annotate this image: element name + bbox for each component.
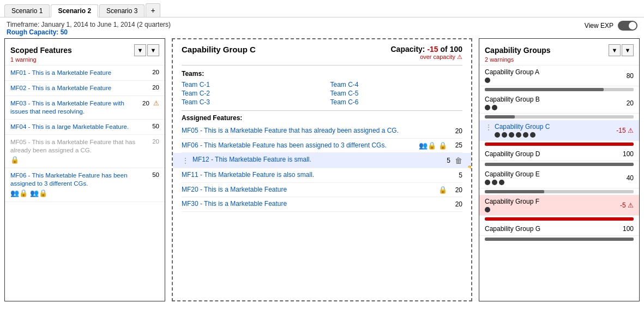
feature-name: MF02 - This is a Marketable Feature [10, 84, 146, 92]
cg-list-item[interactable]: Capability Group G 100 [479, 222, 639, 236]
cg-progress-bar [485, 163, 634, 166]
drag-handle-icon[interactable]: ⋮ [485, 123, 492, 132]
cg-warning: 2 warnings [485, 56, 634, 63]
scoped-features-filters: ▼ ▼ [134, 44, 159, 56]
scoped-features-header: Scoped Features ▼ ▼ 1 warning [5, 39, 165, 66]
view-exp-container: View EXP [585, 21, 637, 31]
cg-progress-bar [485, 190, 634, 193]
team-item[interactable]: Team C-1 [182, 81, 314, 88]
cg-list-item[interactable]: Capability Group A 80 [479, 66, 639, 86]
over-capacity-label: over capacity ⚠ [390, 54, 462, 61]
mf-value: 25 [452, 141, 462, 149]
cg-item-value: 100 [615, 225, 634, 233]
scoped-features-warning: 1 warning [10, 56, 159, 63]
cg-item-value: 100 [615, 150, 634, 158]
mf-name[interactable]: MF12 - This Marketable Feature is small. [192, 156, 311, 164]
warning-icon: ⚠ [628, 202, 634, 209]
warning-icon: ⚠ [628, 127, 634, 134]
drag-handle-icon[interactable]: ⋮ [182, 156, 189, 165]
cg-item-name: Capability Group A [485, 68, 615, 76]
feature-name: MF01 - This is a Marketable Feature [10, 69, 146, 77]
cg-item-value: 80 [615, 72, 634, 80]
mf-right: 5 [452, 171, 462, 179]
feature-name: MF06 - This Marketable Feature has been … [10, 171, 146, 198]
scoped-features-title: Scoped Features [10, 46, 72, 55]
cg-list-item[interactable]: Capability Group B 20 [479, 93, 639, 114]
capability-groups-title: Capability Groups [485, 46, 551, 55]
dot-icon [523, 132, 528, 138]
capacity-of: of 100 [441, 45, 462, 54]
feature-value: 20 [146, 69, 159, 75]
capability-group-panel: Capability Group C Capacity: -15 of 100 … [172, 38, 472, 301]
cg-list-item[interactable]: Capability Group D 100 [479, 147, 639, 161]
sort-button[interactable]: ▼ [147, 44, 159, 56]
cg-item-name: Capability Group B [485, 96, 615, 103]
scoped-features-list: MF01 - This is a Marketable Feature 20 M… [5, 66, 165, 301]
cg-progress-bar [485, 88, 634, 91]
capability-groups-header: Capability Groups ▼ ▼ 2 warnings [479, 39, 639, 66]
cg-sort-button[interactable]: ▼ [622, 44, 634, 56]
mf-icons: 👥🔒 🔒 [419, 141, 447, 150]
cg-item-left: Capability Group F [485, 198, 615, 212]
capacity-label: Capacity: [390, 45, 425, 54]
header: Timeframe: January 1, 2014 to June 1, 20… [0, 17, 644, 38]
scoped-features-panel: Scoped Features ▼ ▼ 1 warning MF01 - Thi… [4, 38, 165, 301]
mf-left: MF11 - This Marketable Feature is also s… [182, 171, 452, 180]
filter-button[interactable]: ▼ [134, 44, 146, 56]
mf-name[interactable]: MF30 - This is a Marketable Feature [182, 200, 287, 209]
dot-icon [499, 180, 504, 185]
mf-item: MF20 - This is a Marketable Feature 🔒 20 [182, 183, 462, 198]
team-item[interactable]: Team C-3 [182, 98, 314, 106]
mf-name[interactable]: MF05 - This is a Marketable Feature that… [182, 127, 399, 135]
view-exp-toggle[interactable] [618, 21, 637, 31]
cg-list-item-active[interactable]: ⋮ Capability Group C -15 ⚠ [479, 120, 639, 141]
tab-scenario1[interactable]: Scenario 1 [4, 4, 50, 17]
mf-name[interactable]: MF06 - This Marketable Feature has been … [182, 141, 387, 150]
mf-name[interactable]: MF20 - This is a Marketable Feature [182, 186, 287, 194]
mf-value: 20 [452, 127, 462, 135]
cg-item-info: Capability Group E [485, 170, 615, 185]
cg-progress-bar [485, 115, 634, 119]
delete-icon[interactable]: 🗑 [455, 156, 462, 165]
tab-scenario2[interactable]: Scenario 2 [51, 4, 98, 17]
list-item: MF06 - This Marketable Feature has been … [5, 168, 165, 202]
tab-scenario3[interactable]: Scenario 3 [99, 4, 145, 17]
mf-left: MF06 - This Marketable Feature has been … [182, 141, 419, 150]
team-item[interactable]: Team C-4 [330, 81, 463, 88]
feature-value: 20 [146, 84, 159, 91]
mf-item: MF30 - This is a Marketable Feature 20 [182, 197, 462, 212]
feature-icons: 🔒 [10, 156, 141, 165]
list-item: MF01 - This is a Marketable Feature 20 [5, 66, 165, 81]
cg-item-name: Capability Group D [485, 150, 615, 158]
dot-icon [492, 180, 497, 185]
cg-item-info: Capability Group D [485, 150, 615, 158]
mf-value: 20 [452, 200, 462, 208]
cg-item-value: 20 [615, 99, 634, 107]
cg-dots [485, 180, 615, 185]
cg-progress-bar [485, 238, 634, 241]
assigned-label: Assigned Features: [182, 114, 462, 122]
mf-name[interactable]: MF11 - This Marketable Feature is also s… [182, 171, 314, 180]
cg-item-name[interactable]: Capability Group C [495, 123, 615, 131]
cg-item-name: Capability Group F [485, 198, 615, 205]
team-item[interactable]: Team C-2 [182, 90, 314, 97]
dot-icon [485, 207, 490, 212]
cg-filter-button[interactable]: ▼ [609, 44, 621, 56]
dot-icon [485, 78, 490, 83]
feature-icons: 👥🔒 👥🔒 [10, 189, 141, 198]
teams-label: Teams: [182, 70, 462, 78]
cg-item-left: Capability Group D [485, 150, 615, 158]
cg-list-item-over[interactable]: Capability Group F -5 ⚠ [479, 195, 639, 216]
mf-item: MF06 - This Marketable Feature has been … [182, 139, 462, 153]
mf-right: 20 [452, 127, 462, 135]
team-item[interactable]: Team C-6 [330, 98, 463, 106]
tab-add-button[interactable]: + [146, 3, 160, 17]
list-item: MF02 - This is a Marketable Feature 20 [5, 81, 165, 96]
cg-list-item[interactable]: Capability Group E 40 [479, 168, 639, 188]
cg-title: Capability Group C [182, 45, 256, 54]
cg-header: Capability Group C Capacity: -15 of 100 … [173, 39, 471, 65]
team-item[interactable]: Team C-5 [330, 90, 463, 97]
warning-icon: ⚠ [153, 100, 159, 106]
teams-section: Teams: Team C-1 Team C-4 Team C-2 Team C… [173, 66, 471, 110]
view-exp-label: View EXP [585, 22, 613, 29]
